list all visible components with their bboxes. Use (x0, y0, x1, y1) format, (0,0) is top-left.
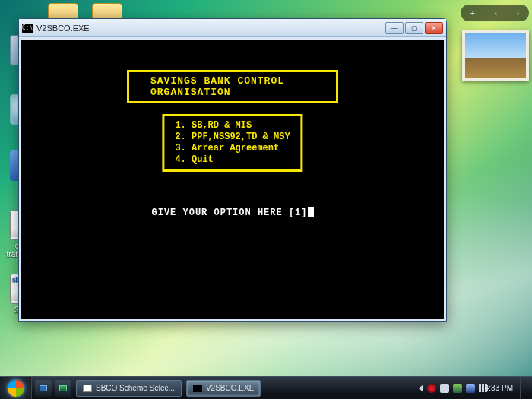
show-desktop-icon (40, 385, 47, 391)
sidebar-gadget-control[interactable]: + ‹ › (461, 5, 529, 21)
system-tray: 4:33 PM (413, 377, 532, 400)
close-icon: ✕ (431, 24, 437, 32)
text-cursor (308, 207, 314, 217)
maximize-icon: ▢ (411, 24, 418, 32)
sidebar-photo-gadget[interactable] (462, 30, 529, 81)
quicklaunch-switch-windows[interactable] (55, 380, 71, 397)
cmd-icon: C:\ (22, 24, 33, 33)
switch-windows-icon (59, 385, 67, 391)
dos-menu-line-3: 3. Arrear Agreement (175, 143, 279, 154)
dos-menu-box: 1. SB,RD & MIS 2. PPF,NSS92,TD & MSY 3. … (162, 114, 302, 172)
gadget-next-icon[interactable]: › (517, 8, 520, 17)
tray-network-icon[interactable] (466, 384, 475, 393)
window-buttons: — ▢ ✕ (385, 22, 443, 34)
dos-title-text: SAVINGS BANK CONTROL ORGANISATION (150, 75, 284, 98)
tray-usb-icon[interactable] (440, 384, 449, 393)
dos-menu-line-2: 2. PPF,NSS92,TD & MSY (175, 131, 290, 142)
tray-security-icon[interactable] (427, 384, 436, 393)
task-cmd-icon (193, 385, 202, 392)
dos-menu-line-4: 4. Quit (175, 154, 213, 165)
quicklaunch-show-desktop[interactable] (35, 380, 52, 397)
dos-prompt: GIVE YOUR OPTION HERE [1] (21, 207, 444, 218)
dos-title-box: SAVINGS BANK CONTROL ORGANISATION (127, 70, 338, 103)
window-titlebar[interactable]: C:\ V2SBCO.EXE — ▢ ✕ (19, 19, 446, 37)
dos-prompt-text: GIVE YOUR OPTION HERE [1] (151, 207, 307, 218)
task-label: V2SBCO.EXE (206, 384, 254, 392)
tray-battery-icon[interactable] (453, 384, 462, 393)
tray-expand-icon[interactable] (419, 385, 423, 392)
maximize-button[interactable]: ▢ (405, 22, 423, 34)
taskbar-task-sbco-scheme[interactable]: SBCO Scheme Selec... (76, 380, 182, 397)
windows-orb-icon (8, 380, 24, 397)
taskbar-clock[interactable]: 4:33 PM (485, 384, 513, 392)
task-app-icon (83, 385, 92, 392)
gadget-prev-icon[interactable]: ‹ (495, 8, 498, 17)
taskbar-task-v2sbco[interactable]: V2SBCO.EXE (186, 380, 261, 397)
close-button[interactable]: ✕ (425, 22, 443, 34)
window-title: V2SBCO.EXE (36, 24, 385, 33)
gadget-add-icon[interactable]: + (470, 8, 475, 17)
taskbar: SBCO Scheme Selec... V2SBCO.EXE 4:33 PM (0, 376, 532, 399)
dos-menu-line-1: 1. SB,RD & MIS (175, 120, 252, 131)
minimize-button[interactable]: — (385, 22, 404, 34)
photo-thumbnail (465, 33, 526, 78)
console-window: C:\ V2SBCO.EXE — ▢ ✕ SAVINGS BANK CONTRO… (18, 18, 447, 322)
minimize-icon: — (391, 24, 398, 32)
task-label: SBCO Scheme Selec... (96, 384, 175, 392)
start-button[interactable] (0, 377, 32, 400)
taskbar-show-desktop-edge[interactable] (520, 377, 526, 400)
console-client-area[interactable]: SAVINGS BANK CONTROL ORGANISATION 1. SB,… (21, 40, 444, 319)
tray-volume-icon[interactable] (479, 384, 481, 392)
